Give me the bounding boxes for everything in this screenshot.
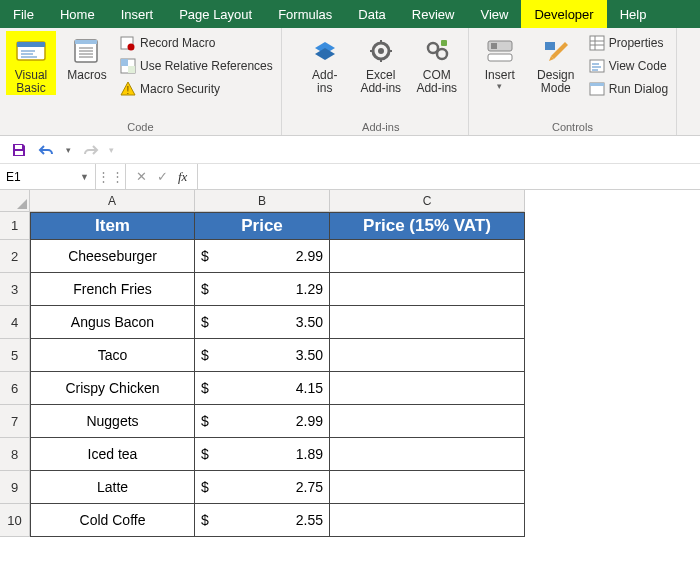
price-cell[interactable]: $4.15 [195,372,330,405]
row-header[interactable]: 3 [0,273,30,306]
row-header[interactable]: 2 [0,240,30,273]
excel-addins-button[interactable]: Excel Add-ins [356,31,406,95]
svg-rect-30 [488,54,512,61]
ribbon-group-controls: Insert ▾ Design Mode Properties View Cod… [469,28,677,135]
table-header-cell[interactable]: Price [195,212,330,240]
row-header[interactable]: 1 [0,212,30,240]
name-box[interactable]: E1 ▼ [0,164,96,189]
vat-price-cell[interactable] [330,471,525,504]
chevron-down-icon: ▾ [497,82,502,92]
addins-button[interactable]: Add- ins [300,31,350,95]
row-header[interactable]: 9 [0,471,30,504]
vat-price-cell[interactable] [330,306,525,339]
macros-button[interactable]: Macros [62,31,112,82]
run-dialog-button[interactable]: Run Dialog [587,79,670,99]
tab-page-layout[interactable]: Page Layout [166,0,265,28]
record-macro-button[interactable]: Record Macro [118,33,275,53]
row-header[interactable]: 10 [0,504,30,537]
undo-button[interactable] [38,141,56,159]
use-relative-references-button[interactable]: Use Relative References [118,56,275,76]
svg-point-12 [128,44,135,51]
vat-price-cell[interactable] [330,504,525,537]
tab-review[interactable]: Review [399,0,468,28]
svg-rect-6 [75,40,97,44]
tab-data[interactable]: Data [345,0,398,28]
table-header-cell[interactable]: Price (15% VAT) [330,212,525,240]
item-cell[interactable]: French Fries [30,273,195,306]
row-header[interactable]: 4 [0,306,30,339]
vat-price-cell[interactable] [330,339,525,372]
row-header[interactable]: 5 [0,339,30,372]
row-header[interactable]: 7 [0,405,30,438]
item-cell[interactable]: Iced tea [30,438,195,471]
svg-rect-44 [15,145,22,149]
run-dialog-icon [589,81,605,97]
row-header[interactable]: 6 [0,372,30,405]
tab-view[interactable]: View [467,0,521,28]
vat-price-cell[interactable] [330,240,525,273]
ribbon-group-code: Visual Basic Macros Record Macro Use Rel… [0,28,282,135]
price-cell[interactable]: $1.29 [195,273,330,306]
price-cell[interactable]: $1.89 [195,438,330,471]
ribbon-group-addins-label: Add-ins [300,121,462,135]
item-cell[interactable]: Crispy Chicken [30,372,195,405]
vat-price-cell[interactable] [330,405,525,438]
item-cell[interactable]: Taco [30,339,195,372]
price-cell[interactable]: $3.50 [195,306,330,339]
design-mode-button[interactable]: Design Mode [531,31,581,95]
spreadsheet-grid: ABC 12345678910 ItemPricePrice (15% VAT)… [0,190,700,537]
item-cell[interactable]: Nuggets [30,405,195,438]
formula-input[interactable] [198,164,700,189]
fx-icon[interactable]: fx [178,169,187,185]
ribbon-group-addins: Add- ins Excel Add-ins COM Add-ins Add-i… [282,28,469,135]
item-cell[interactable]: Cold Coffe [30,504,195,537]
com-addins-button[interactable]: COM Add-ins [412,31,462,95]
quick-access-toolbar: ▾ ▾ [0,136,700,164]
row-header[interactable]: 8 [0,438,30,471]
tab-home[interactable]: Home [47,0,108,28]
design-mode-label-2: Mode [541,82,571,95]
table-header-cell[interactable]: Item [30,212,195,240]
tab-formulas[interactable]: Formulas [265,0,345,28]
vat-price-cell[interactable] [330,372,525,405]
insert-control-icon [484,35,516,67]
tab-file[interactable]: File [0,0,47,28]
column-header-c[interactable]: C [330,190,525,212]
run-dialog-label: Run Dialog [609,82,668,96]
svg-marker-46 [17,199,27,209]
vat-price-cell[interactable] [330,273,525,306]
item-cell[interactable]: Cheeseburger [30,240,195,273]
svg-rect-28 [441,40,447,46]
redo-button[interactable] [81,141,99,159]
column-header-a[interactable]: A [30,190,195,212]
cancel-formula-icon[interactable]: ✕ [136,169,147,184]
price-cell[interactable]: $2.55 [195,504,330,537]
tab-help[interactable]: Help [607,0,660,28]
price-cell[interactable]: $3.50 [195,339,330,372]
insert-control-button[interactable]: Insert ▾ [475,31,525,92]
select-all-corner[interactable] [0,190,30,212]
item-cell[interactable]: Latte [30,471,195,504]
addins-icon [309,35,341,67]
svg-rect-43 [590,83,604,86]
properties-button[interactable]: Properties [587,33,670,53]
enter-formula-icon[interactable]: ✓ [157,169,168,184]
save-button[interactable] [10,141,28,159]
macro-security-button[interactable]: ! Macro Security [118,79,275,99]
tab-insert[interactable]: Insert [108,0,167,28]
record-macro-label: Record Macro [140,36,215,50]
tab-developer[interactable]: Developer [521,0,606,28]
dots-icon[interactable]: ⋮⋮ [97,169,125,184]
view-code-button[interactable]: View Code [587,56,670,76]
column-header-b[interactable]: B [195,190,330,212]
visual-basic-button[interactable]: Visual Basic [6,31,56,95]
svg-rect-31 [491,43,497,49]
chevron-down-icon[interactable]: ▾ [66,145,71,155]
macros-icon [71,35,103,67]
price-cell[interactable]: $2.75 [195,471,330,504]
item-cell[interactable]: Angus Bacon [30,306,195,339]
price-cell[interactable]: $2.99 [195,405,330,438]
price-cell[interactable]: $2.99 [195,240,330,273]
svg-rect-14 [121,59,128,66]
vat-price-cell[interactable] [330,438,525,471]
